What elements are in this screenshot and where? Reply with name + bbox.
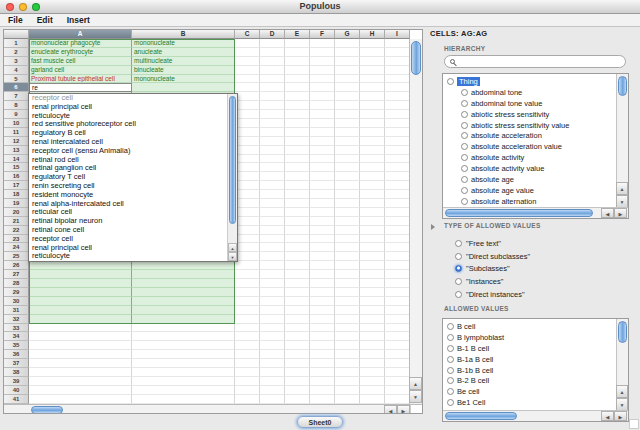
allowed-value-item[interactable]: B cell xyxy=(443,321,616,332)
cell-B39[interactable] xyxy=(132,377,235,386)
row-header-18[interactable]: 18 xyxy=(4,190,29,199)
cell-E9[interactable] xyxy=(285,110,310,119)
cell-F7[interactable] xyxy=(310,92,335,101)
cell-F4[interactable] xyxy=(310,66,335,75)
hierarchy-item[interactable]: abiotic stress sensitivity value xyxy=(443,120,616,131)
cell-D27[interactable] xyxy=(260,270,285,279)
hierarchy-item[interactable]: abiotic stress sensitivity xyxy=(443,109,616,120)
cell-D13[interactable] xyxy=(260,146,285,155)
cell-I31[interactable] xyxy=(385,306,410,315)
menu-file[interactable]: File xyxy=(8,15,23,25)
row-header-28[interactable]: 28 xyxy=(4,279,29,288)
allowed-scroll-right-button[interactable]: ▶ xyxy=(614,411,627,421)
allowed-value-item[interactable]: Be cell xyxy=(443,386,616,397)
row-header-14[interactable]: 14 xyxy=(4,155,29,164)
cell-G14[interactable] xyxy=(335,155,360,164)
scroll-right-button[interactable]: ▶ xyxy=(397,405,410,414)
row-header-25[interactable]: 25 xyxy=(4,252,29,261)
cell-E13[interactable] xyxy=(285,146,310,155)
row-header-33[interactable]: 33 xyxy=(4,324,29,333)
cell-B28[interactable] xyxy=(132,279,235,288)
radio-icon[interactable] xyxy=(455,265,462,272)
cell-I24[interactable] xyxy=(385,243,410,252)
cell-I40[interactable] xyxy=(385,386,410,395)
cell-C35[interactable] xyxy=(235,341,260,350)
cell-H17[interactable] xyxy=(360,181,385,190)
cell-D36[interactable] xyxy=(260,350,285,359)
cell-G26[interactable] xyxy=(335,261,360,270)
cell-I9[interactable] xyxy=(385,110,410,119)
cell-C3[interactable] xyxy=(235,57,260,66)
cell-E39[interactable] xyxy=(285,377,310,386)
cell-I14[interactable] xyxy=(385,155,410,164)
cell-H8[interactable] xyxy=(360,101,385,110)
cell-C41[interactable] xyxy=(235,395,260,404)
cell-E20[interactable] xyxy=(285,208,310,217)
row-header-19[interactable]: 19 xyxy=(4,199,29,208)
cell-G3[interactable] xyxy=(335,57,360,66)
cell-H38[interactable] xyxy=(360,368,385,377)
cell-E36[interactable] xyxy=(285,350,310,359)
cell-B6[interactable] xyxy=(132,83,235,92)
allowed-value-item[interactable]: Be1 Cell xyxy=(443,397,616,408)
cell-A3[interactable]: fast muscle cell xyxy=(29,57,132,66)
cell-A40[interactable] xyxy=(29,386,132,395)
radio-icon[interactable] xyxy=(461,176,468,183)
cell-I35[interactable] xyxy=(385,341,410,350)
cell-E25[interactable] xyxy=(285,252,310,261)
cell-E12[interactable] xyxy=(285,137,310,146)
cell-G18[interactable] xyxy=(335,190,360,199)
cell-A37[interactable] xyxy=(29,359,132,368)
cell-I41[interactable] xyxy=(385,395,410,404)
cell-H23[interactable] xyxy=(360,235,385,244)
cell-E27[interactable] xyxy=(285,270,310,279)
cell-D22[interactable] xyxy=(260,226,285,235)
cell-A27[interactable] xyxy=(29,270,132,279)
cell-D38[interactable] xyxy=(260,368,285,377)
cell-H18[interactable] xyxy=(360,190,385,199)
radio-icon[interactable] xyxy=(447,377,454,384)
cell-E35[interactable] xyxy=(285,341,310,350)
cell-G19[interactable] xyxy=(335,199,360,208)
cell-D29[interactable] xyxy=(260,288,285,297)
cell-C32[interactable] xyxy=(235,315,260,324)
cell-D34[interactable] xyxy=(260,332,285,341)
cell-H27[interactable] xyxy=(360,270,385,279)
radio-icon[interactable] xyxy=(447,367,454,374)
cell-G34[interactable] xyxy=(335,332,360,341)
cell-F16[interactable] xyxy=(310,172,335,181)
vertical-scrollbar[interactable]: ▲ ▼ xyxy=(409,39,422,404)
row-header-2[interactable]: 2 xyxy=(4,48,29,57)
cell-H29[interactable] xyxy=(360,288,385,297)
cell-B5[interactable]: mononucleate xyxy=(132,75,235,84)
cell-D1[interactable] xyxy=(260,39,285,48)
hierarchy-item[interactable]: abdominal tone value xyxy=(443,98,616,109)
hierarchy-item[interactable]: absolute age xyxy=(443,174,616,185)
cell-D21[interactable] xyxy=(260,217,285,226)
column-header-D[interactable]: D xyxy=(260,30,285,39)
column-header-F[interactable]: F xyxy=(310,30,335,39)
cell-E23[interactable] xyxy=(285,235,310,244)
cell-B31[interactable] xyxy=(132,306,235,315)
cell-D6[interactable] xyxy=(260,83,285,92)
cell-F40[interactable] xyxy=(310,386,335,395)
cell-G32[interactable] xyxy=(335,315,360,324)
cell-H30[interactable] xyxy=(360,297,385,306)
cell-I23[interactable] xyxy=(385,235,410,244)
radio-icon[interactable] xyxy=(461,89,468,96)
cell-C26[interactable] xyxy=(235,261,260,270)
hierarchy-scroll-left-button[interactable]: ◀ xyxy=(601,208,614,218)
cell-F10[interactable] xyxy=(310,119,335,128)
cell-E7[interactable] xyxy=(285,92,310,101)
row-header-27[interactable]: 27 xyxy=(4,270,29,279)
cell-C12[interactable] xyxy=(235,137,260,146)
row-header-8[interactable]: 8 xyxy=(4,101,29,110)
cell-I20[interactable] xyxy=(385,208,410,217)
radio-icon[interactable] xyxy=(447,399,454,406)
cell-G39[interactable] xyxy=(335,377,360,386)
cell-G7[interactable] xyxy=(335,92,360,101)
cell-I5[interactable] xyxy=(385,75,410,84)
hierarchy-scroll-up-button[interactable]: ▲ xyxy=(616,182,628,195)
row-header-7[interactable]: 7 xyxy=(4,92,29,101)
cell-F31[interactable] xyxy=(310,306,335,315)
